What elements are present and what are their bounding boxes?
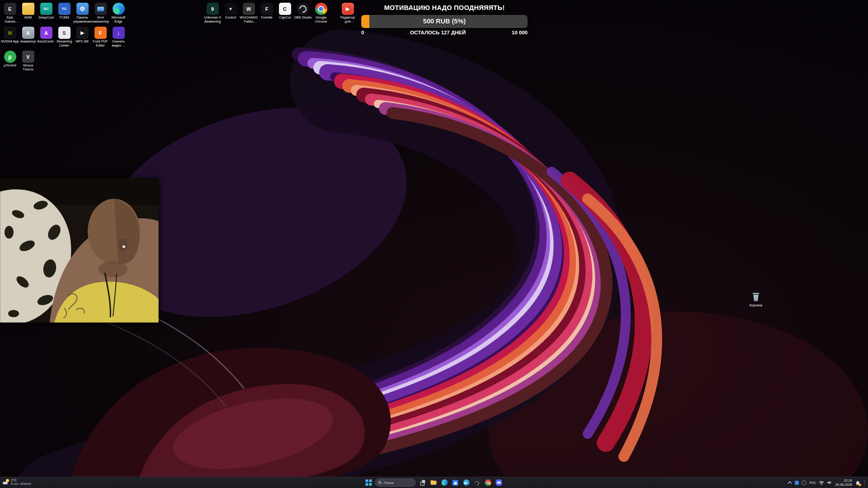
desktop-icon[interactable]: Fortnite — [258, 3, 276, 27]
network-icon[interactable] — [819, 481, 824, 485]
clock[interactable]: 22:20 25.08.2025 — [835, 479, 852, 487]
desktop-icon-label: µTorrent — [1, 64, 19, 68]
taskbar-app-edge[interactable] — [441, 479, 448, 487]
desktop-icon-label: Fortnite — [258, 16, 276, 20]
desktop-icon-label: Этот компьютер — [91, 16, 109, 24]
taskbar-app-obs[interactable] — [473, 479, 481, 487]
desktop-icon[interactable]: Аниматор — [19, 27, 37, 51]
taskbar-center: Поиск — [366, 477, 503, 488]
weather-temperature: 1°C — [11, 478, 31, 482]
desktop-icon[interactable]: MPC-BE — [73, 27, 91, 51]
desktop-icon-label: OBS Studio — [294, 16, 312, 20]
tray-time: 22:20 — [835, 479, 852, 483]
desktop-icon-label: Unknown 9 Awakening — [203, 16, 222, 24]
desktop-icon-label: WUCHANG Fallen Fea... — [240, 16, 258, 24]
desktop-icon[interactable]: Скачать видео ... — [109, 27, 127, 51]
desktop-icon-label: TC854 — [55, 16, 73, 20]
desktop-icon[interactable]: ADM — [19, 3, 37, 27]
desktop-icon[interactable]: Epic Games Launcher — [1, 3, 19, 27]
taskbar-weather-widget[interactable]: 1°C В осн. облачно — [3, 478, 31, 486]
taskbar-app-telegram[interactable] — [462, 479, 470, 487]
recycle-bin-icon — [750, 291, 761, 303]
weather-condition: В осн. облачно — [11, 482, 31, 486]
desktop-icon-label: NVIDIA App — [1, 40, 19, 44]
desktop-icon[interactable]: Панель управления — [73, 3, 91, 27]
desktop-icon[interactable]: NVIDIA App — [1, 27, 19, 51]
desktop-icon[interactable]: Streaming Center — [55, 27, 73, 51]
task-view-button[interactable] — [419, 479, 427, 487]
start-button[interactable] — [366, 479, 372, 486]
app-icon — [40, 27, 52, 39]
desktop-icon-label: Versus Thorno — [19, 64, 37, 72]
search-icon — [378, 481, 382, 484]
control-panel-icon — [76, 3, 89, 15]
volume-icon[interactable] — [827, 480, 832, 485]
desktop-icon[interactable]: Control — [222, 3, 240, 27]
desktop-icon[interactable]: Google Chrome — [312, 3, 330, 27]
tray-date: 25.08.2025 — [835, 483, 852, 487]
desktop-icon[interactable]: µTorrent — [1, 51, 19, 75]
app-icon — [40, 3, 52, 15]
goal-progress-label: 500 RUB (5%) — [361, 15, 528, 28]
desktop-icon-youtube-editor[interactable]: Редактор для YouTube — [339, 3, 357, 24]
weather-icon — [3, 479, 9, 485]
desktop-icon-label: MPC-BE — [73, 40, 91, 44]
taskbar-app-file-explorer[interactable] — [430, 479, 438, 487]
chrome-icon — [315, 3, 327, 15]
taskbar-app-discord[interactable] — [495, 479, 503, 487]
desktop-surface[interactable]: Epic Games Launcher ADM DeepCool TC854 П… — [0, 0, 868, 488]
desktop-icon-grid-left: Epic Games Launcher ADM DeepCool TC854 П… — [1, 3, 127, 75]
desktop-icon[interactable]: AssolCentr... — [37, 27, 55, 51]
desktop-icon-label: Скачать видео ... — [109, 40, 127, 48]
game-icon — [225, 3, 237, 15]
hidden-icons-chevron[interactable] — [788, 481, 792, 484]
notification-center-button[interactable] — [855, 480, 861, 486]
this-pc-icon — [94, 3, 107, 15]
desktop-icon[interactable]: CapCut — [276, 3, 294, 27]
bluetooth-tray-icon[interactable] — [795, 481, 799, 485]
game-icon — [243, 3, 255, 15]
taskbar-search[interactable]: Поиск — [375, 479, 416, 487]
desktop-icon[interactable]: DeepCool — [37, 3, 55, 27]
desktop-icon-label: Microsoft Edge — [109, 16, 127, 24]
webcam-video — [0, 178, 159, 323]
recycle-bin[interactable]: Корзина — [746, 291, 766, 308]
goal-scale: 0 ОСТАЛОСЬ 127 ДНЕЙ 10 000 — [361, 30, 528, 35]
taskbar: 1°C В осн. облачно Поиск — [0, 477, 868, 488]
desktop-icon-label: Редактор для YouTube — [339, 16, 357, 24]
desktop-icon[interactable]: Foxit PDF Editor — [91, 27, 109, 51]
language-indicator[interactable]: РУС — [809, 481, 816, 485]
desktop-icon-label: CapCut — [276, 16, 294, 20]
show-desktop-button[interactable] — [864, 479, 866, 486]
edge-icon — [113, 3, 125, 15]
taskbar-app-chrome[interactable] — [484, 479, 492, 487]
desktop-icon[interactable]: Microsoft Edge — [109, 3, 127, 27]
webcam-overlay — [0, 178, 159, 323]
obs-tray-icon[interactable] — [802, 480, 807, 485]
game-icon — [261, 3, 273, 15]
desktop-icon-label: Панель управления — [73, 16, 91, 24]
goal-scale-max: 10 000 — [512, 30, 528, 35]
desktop-icon[interactable]: OBS Studio — [294, 3, 312, 27]
stream-goal-widget: МОТИВАЦИЮ НАДО ПООДНЯЯЯТЬ! 500 RUB (5%) … — [361, 3, 528, 35]
desktop-icon-label: Streaming Center — [55, 40, 73, 48]
youtube-editor-icon — [342, 3, 354, 15]
desktop-icon[interactable]: Versus Thorno — [19, 51, 37, 75]
desktop-icon[interactable]: TC854 — [55, 3, 73, 27]
media-player-icon — [76, 27, 89, 39]
desktop-icon-label: Google Chrome — [312, 16, 330, 24]
goal-days-left: ОСТАЛОСЬ 127 ДНЕЙ — [410, 30, 466, 35]
goal-progress-bar: 500 RUB (5%) — [361, 15, 528, 28]
desktop-icon-label: Control — [222, 16, 240, 20]
goal-title: МОТИВАЦИЮ НАДО ПООДНЯЯЯТЬ! — [380, 3, 509, 13]
taskbar-tray: РУС 22:20 25.08.2025 — [788, 477, 866, 488]
desktop-icon-label: Epic Games Launcher — [1, 16, 19, 24]
notification-badge — [859, 483, 861, 486]
taskbar-app-store[interactable] — [452, 479, 459, 487]
search-placeholder: Поиск — [384, 481, 394, 485]
desktop-icon[interactable]: Этот компьютер — [91, 3, 109, 27]
utorrent-icon — [4, 51, 16, 63]
desktop-icon[interactable]: Unknown 9 Awakening — [203, 3, 222, 27]
desktop-icon[interactable]: WUCHANG Fallen Fea... — [240, 3, 258, 27]
nvidia-icon — [4, 27, 16, 39]
